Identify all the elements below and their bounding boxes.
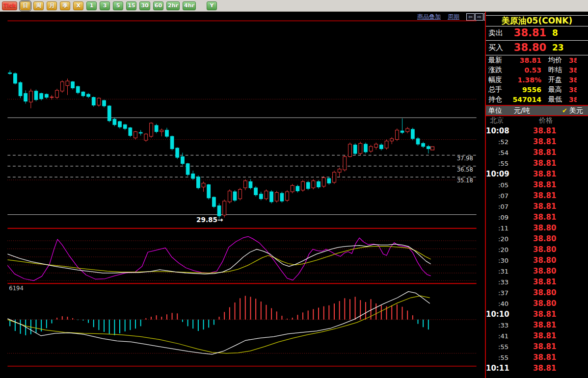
timesales-row: 10:1138.81	[486, 363, 588, 374]
timeframe-button-X[interactable]: X	[73, 1, 83, 10]
timesales-row: :3138.80	[486, 266, 588, 277]
bid-label: 买入	[488, 43, 511, 52]
ask-row: 卖出 38.81 8	[486, 25, 588, 41]
timesales-row: :3338.81	[486, 320, 588, 330]
timeframe-button-月[interactable]: 月	[47, 1, 57, 10]
timesales-row: 10:1038.81	[486, 309, 588, 320]
timesales-row: :4038.80	[486, 298, 588, 309]
ask-label: 卖出	[488, 28, 511, 38]
trading-terminal: { "toolbar": { "buttons": [ {"label":"Ti…	[0, 0, 588, 378]
timeframe-button-Tick[interactable]: Tick	[2, 1, 17, 10]
timesales-row: :3338.81	[486, 277, 588, 287]
timeframe-button-4hr[interactable]: 4hr	[183, 1, 196, 10]
timesales-row: :0738.81	[486, 201, 588, 212]
bid-row: 买入 38.80 23	[486, 40, 588, 55]
timesales-row: :5538.81	[486, 158, 588, 169]
low-price-annotation: 29.85→	[196, 216, 223, 224]
candlestick-series	[8, 71, 434, 219]
timesales-row: :4138.81	[486, 330, 588, 341]
timeframe-button-日[interactable]: 日	[20, 1, 30, 10]
timesales-row: :5538.81	[486, 352, 588, 363]
timeframe-button-Y[interactable]: Y	[207, 1, 217, 10]
indicator-value-label: 6194	[9, 285, 24, 292]
timesales-row: :1138.80	[486, 223, 588, 233]
ask-price: 38.81	[511, 27, 549, 39]
bid-qty: 23	[552, 43, 564, 52]
price-level-label-1: 37.98	[457, 155, 473, 162]
unit-value: 元/吨	[514, 106, 548, 115]
timesales-row: :3038.80	[486, 255, 588, 266]
toolbar: Tick日周月季X1351530602hr4hrY	[0, 0, 588, 12]
price-level-label-2: 36.58	[457, 166, 473, 173]
timesales-header: 北京 价格	[486, 116, 588, 126]
timeframe-button-周[interactable]: 周	[33, 1, 44, 10]
timesales-row: :0738.81	[486, 190, 588, 201]
timezone-column-header: 北京	[490, 116, 519, 125]
timesales-row: :3738.80	[486, 287, 588, 298]
currency-toggle[interactable]: 美元	[569, 106, 586, 115]
timeframe-button-5[interactable]: 5	[113, 1, 123, 10]
bid-price: 38.80	[511, 42, 549, 53]
price-column-header: 价格	[539, 116, 553, 125]
timesales-row: 10:0838.81	[486, 126, 588, 136]
unit-label: 单位	[488, 106, 514, 115]
macd-indicator	[7, 292, 429, 354]
stats-row: 总手9556最高38	[486, 85, 588, 95]
unit-row[interactable]: 单位 元/吨 ✔ 美元	[486, 105, 588, 116]
stats-row: 涨跌0.53昨结38	[486, 65, 588, 75]
timesales-row: :0538.81	[486, 179, 588, 190]
timesales-row: :2038.80	[486, 233, 588, 244]
timesales-row: :0938.81	[486, 212, 588, 223]
timesales-row: :5438.81	[486, 147, 588, 158]
kdj-indicator	[7, 236, 430, 280]
timesales-row: 10:0938.81	[486, 169, 588, 179]
stats-row: 最新38.81均价38	[486, 55, 588, 65]
timeframe-button-季[interactable]: 季	[60, 1, 70, 10]
timeframe-button-2hr[interactable]: 2hr	[166, 1, 180, 10]
timeframe-button-60[interactable]: 60	[153, 1, 163, 10]
timeframe-button-30[interactable]: 30	[139, 1, 150, 10]
chart-area[interactable]: 37.98 36.58 35.18 29.85→ 6194	[0, 12, 485, 378]
stats-row: 持仓547014最低38	[486, 95, 588, 104]
timesales-list[interactable]: 10:0838.81:5238.81:5438.81:5538.8110:093…	[486, 126, 588, 378]
timesales-row: :5538.81	[486, 341, 588, 352]
timeframe-button-1[interactable]: 1	[86, 1, 97, 10]
quote-panel: 美原油05(CONK) 卖出 38.81 8 买入 38.80 23 最新38.…	[485, 12, 588, 378]
stats-table: 最新38.81均价38涨跌0.53昨结38幅度1.38%开盘38总手9556最高…	[486, 55, 588, 104]
timeframe-button-15[interactable]: 15	[126, 1, 136, 10]
contract-title: 美原油05(CONK)	[486, 15, 588, 26]
stats-row: 幅度1.38%开盘38	[486, 75, 588, 85]
ask-qty: 8	[552, 28, 558, 38]
price-level-label-3: 35.18	[457, 177, 473, 184]
timesales-row: :2038.80	[486, 244, 588, 255]
timesales-row: :5238.81	[486, 136, 588, 147]
check-icon: ✔	[562, 107, 567, 114]
timeframe-button-3[interactable]: 3	[100, 1, 110, 10]
